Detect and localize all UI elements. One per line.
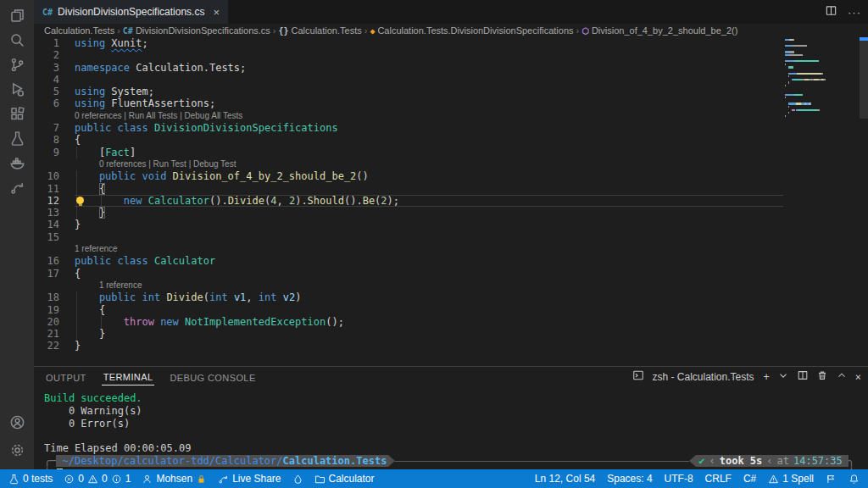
codelens[interactable]: 1 reference xyxy=(34,280,868,291)
line-number: 7 xyxy=(34,122,59,134)
vscode-window: C# DivisionDivisionSpecifications.cs × ·… xyxy=(0,0,868,488)
indentation[interactable]: Spaces: 4 xyxy=(607,473,652,485)
terminal-prompt-line: ╭─~/Desktop/calculator-tdd/Calculator/Ca… xyxy=(44,455,868,468)
line-number: 19 xyxy=(34,304,59,316)
line-number: 1 xyxy=(34,37,59,49)
code-line[interactable]: 1using Xunit; xyxy=(34,37,868,49)
terminal-output[interactable]: Build succeeded. 0 Warning(s) 0 Error(s)… xyxy=(34,387,868,480)
search-icon[interactable] xyxy=(0,28,34,53)
code-line[interactable]: 5using System; xyxy=(34,86,868,97)
live-share-small-icon xyxy=(218,474,229,485)
close-panel-icon[interactable]: × xyxy=(855,371,861,383)
code-line[interactable]: 20 throw new NotImplementedException(); xyxy=(34,316,868,328)
codelens[interactable]: 1 reference xyxy=(34,243,868,255)
code-line[interactable]: 19 { xyxy=(34,304,868,316)
run-debug-icon[interactable] xyxy=(0,77,34,102)
scrollbar-thumb[interactable] xyxy=(860,37,868,119)
terminal-line: Build succeeded. xyxy=(44,392,868,405)
kill-terminal-icon[interactable] xyxy=(816,369,828,385)
error-icon xyxy=(64,474,75,485)
line-number: 12 xyxy=(34,195,59,207)
breadcrumb-item[interactable]: ⬡Division_of_4_by_2_should_be_2() xyxy=(581,25,737,36)
line-number: 11 xyxy=(34,183,59,195)
breadcrumb-item[interactable]: C#DivisionDivisionSpecifications.cs xyxy=(123,25,270,36)
code-line[interactable]: 11 { xyxy=(34,183,868,195)
line-number: 22 xyxy=(34,340,59,352)
bottom-panel: OUTPUT TERMINAL DEBUG CONSOLE zsh - Calc… xyxy=(34,366,868,469)
terminal-session-label[interactable]: zsh - Calculation.Tests xyxy=(652,371,754,383)
test-status[interactable]: 0 tests xyxy=(8,473,53,485)
code-line[interactable]: 21 } xyxy=(34,328,868,340)
account-status[interactable]: Mohsen xyxy=(142,473,207,485)
warning-small-icon xyxy=(768,474,779,485)
breadcrumb-item[interactable]: Calculation.Tests xyxy=(44,25,114,36)
encoding[interactable]: UTF-8 xyxy=(665,473,693,485)
code-line[interactable]: 22} xyxy=(34,340,868,352)
code-line[interactable]: 15 xyxy=(34,231,868,243)
new-terminal-icon[interactable]: + xyxy=(764,371,770,383)
prompt-connector-line xyxy=(395,455,689,467)
eol[interactable]: CRLF xyxy=(705,473,732,485)
code-line[interactable]: 14} xyxy=(34,219,868,230)
code-line[interactable]: 3namespace Calculation.Tests; xyxy=(34,62,868,74)
tab-bar: C# DivisionDivisionSpecifications.cs × ·… xyxy=(34,0,868,24)
testing-icon[interactable] xyxy=(0,126,34,151)
language-mode[interactable]: C# xyxy=(743,473,756,485)
docker-icon[interactable] xyxy=(0,151,34,175)
problems[interactable]: 001 xyxy=(64,473,131,485)
feedback[interactable] xyxy=(826,474,837,485)
notifications[interactable] xyxy=(849,474,860,485)
editor-tab[interactable]: C# DivisionDivisionSpecifications.cs × xyxy=(34,0,228,24)
code-line[interactable]: 7public class DivisionDivisionSpecificat… xyxy=(34,122,868,134)
extension-status[interactable] xyxy=(292,474,303,485)
breadcrumb-label: Division_of_4_by_2_should_be_2() xyxy=(592,25,737,36)
cursor-position[interactable]: Ln 12, Col 54 xyxy=(535,473,595,485)
bell-icon xyxy=(849,474,860,485)
accounts-icon[interactable] xyxy=(0,408,34,436)
close-tab-icon[interactable]: × xyxy=(213,6,220,19)
code-line[interactable]: 12 new Calculator().Divide(4, 2).Should(… xyxy=(34,195,868,207)
code-line[interactable]: 13 } xyxy=(34,207,868,219)
line-number: 15 xyxy=(34,231,59,243)
workspace-status[interactable]: Calculator xyxy=(314,473,375,485)
tab-terminal[interactable]: TERMINAL xyxy=(102,369,155,385)
code-line[interactable]: 4 xyxy=(34,74,868,86)
split-editor-icon[interactable] xyxy=(825,4,837,20)
code-line[interactable]: 16public class Calculator xyxy=(34,255,868,267)
breadcrumb-separator: › xyxy=(364,25,368,36)
minimap[interactable] xyxy=(785,39,860,118)
settings-icon[interactable] xyxy=(0,436,34,464)
code-line[interactable]: 2 xyxy=(34,49,868,61)
live-share-icon[interactable] xyxy=(0,175,34,200)
split-terminal-icon[interactable] xyxy=(797,369,809,385)
line-number: 13 xyxy=(34,207,59,219)
overview-ruler-mark xyxy=(860,37,868,41)
line-number: 4 xyxy=(34,74,59,86)
code-line[interactable]: 9 [Fact] xyxy=(34,147,868,158)
csharp-file-icon: C# xyxy=(42,8,53,17)
source-control-icon[interactable] xyxy=(0,53,34,77)
explorer-icon[interactable] xyxy=(0,3,34,28)
tab-output[interactable]: OUTPUT xyxy=(44,369,88,385)
breadcrumb-item[interactable]: ◆Calculation.Tests.DivisionDivisionSpeci… xyxy=(370,25,573,36)
tab-debug-console[interactable]: DEBUG CONSOLE xyxy=(168,369,257,385)
codelens[interactable]: 0 references | Run All Tests | Debug All… xyxy=(34,110,868,122)
maximize-panel-icon[interactable] xyxy=(836,369,848,385)
breadcrumb-item[interactable]: {}Calculation.Tests xyxy=(279,25,362,36)
spell-checker[interactable]: 1 Spell xyxy=(768,473,814,485)
more-actions-icon[interactable]: ··· xyxy=(848,6,861,19)
code-line[interactable]: 8{ xyxy=(34,134,868,146)
code-editor[interactable]: 1using Xunit;23namespace Calculation.Tes… xyxy=(34,37,868,366)
account-small-icon xyxy=(142,474,153,485)
code-line[interactable]: 6using FluentAssertions; xyxy=(34,97,868,109)
line-number: 6 xyxy=(34,97,59,109)
editor-scrollbar[interactable] xyxy=(860,37,868,366)
terminal-picker-icon[interactable] xyxy=(777,369,789,385)
code-line[interactable]: 18 public int Divide(int v1, int v2) xyxy=(34,291,868,303)
live-share-status[interactable]: Live Share xyxy=(218,473,281,485)
code-line[interactable]: 17{ xyxy=(34,268,868,280)
codelens[interactable]: 0 references | Run Test | Debug Test xyxy=(34,158,868,170)
code-line[interactable]: 10 public void Division_of_4_by_2_should… xyxy=(34,170,868,182)
extensions-icon[interactable] xyxy=(0,102,34,126)
prompt-frame: ╭─ xyxy=(44,455,56,468)
